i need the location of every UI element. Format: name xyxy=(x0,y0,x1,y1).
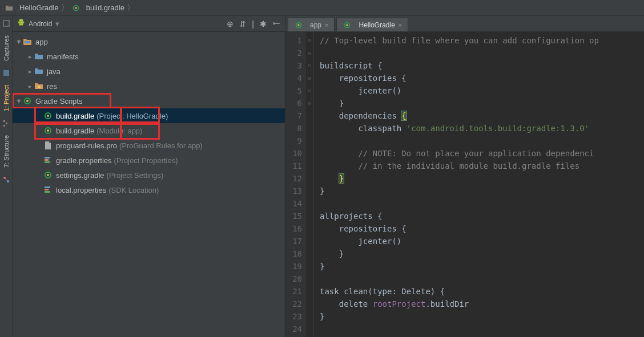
svg-rect-3 xyxy=(3,70,9,76)
folder-icon xyxy=(5,3,14,13)
close-icon[interactable]: × xyxy=(399,22,402,29)
tree-build-gradle-project-desc: (Project: HelloGradle) xyxy=(96,112,168,120)
tab-app-label: app xyxy=(310,21,321,29)
svg-rect-6 xyxy=(3,125,5,127)
hide-icon[interactable]: ⭰ xyxy=(272,19,280,29)
tree-settings-gradle-desc: (Project Settings) xyxy=(107,171,164,180)
tree-build-gradle-project[interactable]: build.gradle (Project: HelloGradle) xyxy=(13,108,285,123)
folder-icon xyxy=(34,52,43,61)
breadcrumb-file[interactable]: build.gradle xyxy=(70,3,126,13)
svg-point-1 xyxy=(75,7,77,9)
svg-point-17 xyxy=(47,115,49,117)
gradle-icon xyxy=(71,3,80,13)
gear-icon[interactable]: ✱ xyxy=(260,19,267,29)
properties-icon xyxy=(43,185,53,194)
breadcrumb: HelloGradle 〉 build.gradle 〉 xyxy=(0,0,644,16)
fold-column[interactable]: ⊟⊟⊟⊟⊟⊟ xyxy=(306,32,314,337)
separator: | xyxy=(252,19,254,29)
svg-rect-12 xyxy=(25,41,30,43)
gradle-icon xyxy=(343,21,352,30)
breadcrumb-sep: 〉 xyxy=(61,3,69,13)
svg-point-29 xyxy=(297,24,300,26)
tree-settings-gradle[interactable]: settings.gradle (Project Settings) xyxy=(13,168,285,182)
project-tool-icon[interactable] xyxy=(0,69,13,77)
project-view-dropdown[interactable]: Android xyxy=(29,20,52,28)
dropdown-icon[interactable]: ▾ xyxy=(55,19,59,28)
tree-gradle-scripts[interactable]: ▼ Gradle Scripts xyxy=(13,94,111,108)
tree-build-gradle-module-desc: (Module: app) xyxy=(96,127,142,135)
file-icon xyxy=(43,141,53,150)
svg-rect-21 xyxy=(45,159,49,161)
project-stripe-label[interactable]: 1: Project xyxy=(3,85,10,111)
tree-java-label: java xyxy=(47,67,61,76)
folder-icon xyxy=(34,67,43,76)
tree-proguard[interactable]: proguard-rules.pro (ProGuard Rules for a… xyxy=(13,138,285,153)
gradle-icon xyxy=(43,170,53,180)
captures-stripe-label[interactable]: Captures xyxy=(3,35,10,61)
expand-arrow-icon[interactable]: ▼ xyxy=(15,38,23,45)
code-editor[interactable]: 123456789101112131415161718192021222324 … xyxy=(285,32,644,337)
tree-res[interactable]: ▸ res xyxy=(13,79,285,94)
gradle-icon xyxy=(43,111,53,120)
svg-rect-26 xyxy=(45,189,49,190)
tree-app-label: app xyxy=(35,38,48,46)
target-icon[interactable]: ⊕ xyxy=(227,19,234,29)
tree-settings-gradle-label: settings.gradle xyxy=(56,171,104,180)
project-toolbar: Android ▾ ⊕ ⇵ | ✱ ⭰ xyxy=(13,16,285,32)
tree-build-gradle-module-label: build.gradle xyxy=(56,127,94,135)
tab-hellogradle-label: HelloGradle xyxy=(359,21,395,29)
gradle-icon xyxy=(43,126,53,135)
res-folder-icon xyxy=(34,82,43,91)
expand-arrow-icon[interactable]: ▸ xyxy=(26,53,34,60)
tree-local-properties-desc: (SDK Location) xyxy=(108,186,159,194)
svg-rect-20 xyxy=(45,157,50,159)
svg-rect-9 xyxy=(18,21,19,23)
tree-java[interactable]: ▸ java xyxy=(13,64,285,79)
tab-app[interactable]: app × xyxy=(288,18,335,31)
tree-proguard-label: proguard-rules.pro xyxy=(56,141,117,150)
gradle-icon xyxy=(23,96,32,105)
tree-manifests[interactable]: ▸ manifests xyxy=(13,49,285,64)
svg-rect-22 xyxy=(45,161,50,163)
svg-rect-10 xyxy=(23,21,25,23)
svg-rect-2 xyxy=(3,21,9,26)
tree-gradle-properties[interactable]: gradle.properties (Project Properties) xyxy=(13,153,285,168)
android-icon xyxy=(17,19,25,29)
expand-arrow-icon[interactable]: ▼ xyxy=(15,98,23,104)
expand-arrow-icon[interactable]: ▸ xyxy=(26,83,34,90)
svg-rect-13 xyxy=(38,86,41,88)
breadcrumb-file-label: build.gradle xyxy=(86,3,124,12)
structure-stripe-label[interactable]: 7: Structure xyxy=(3,135,10,168)
collapse-icon[interactable]: ⇵ xyxy=(239,19,246,29)
tool-stripe-left: Captures 1: Project 7: Structure xyxy=(0,16,13,337)
tree-gradle-scripts-label: Gradle Scripts xyxy=(35,97,82,105)
tree-local-properties-label: local.properties xyxy=(56,186,106,194)
project-panel: Android ▾ ⊕ ⇵ | ✱ ⭰ ▼ app ▸ xyxy=(13,16,285,337)
svg-point-31 xyxy=(347,24,349,26)
tree-build-gradle-project-label: build.gradle xyxy=(56,112,94,120)
svg-point-15 xyxy=(26,100,29,102)
module-icon xyxy=(23,37,32,46)
tree-proguard-desc: (ProGuard Rules for app) xyxy=(119,141,203,150)
code-content[interactable]: // Top-level build file where you can ad… xyxy=(314,32,644,337)
variants-tool-icon[interactable] xyxy=(0,176,13,184)
line-gutter: 123456789101112131415161718192021222324 xyxy=(285,32,306,337)
close-icon[interactable]: × xyxy=(325,22,328,29)
svg-rect-4 xyxy=(3,120,5,122)
svg-point-19 xyxy=(47,129,49,132)
tree-res-label: res xyxy=(47,82,57,91)
tree-app[interactable]: ▼ app xyxy=(13,34,285,49)
expand-arrow-icon[interactable]: ▸ xyxy=(26,68,34,75)
tree-manifests-label: manifests xyxy=(47,52,79,61)
tree-gradle-properties-label: gradle.properties xyxy=(56,156,112,165)
tree-build-gradle-module[interactable]: build.gradle (Module: app) xyxy=(13,123,285,138)
structure-tool-icon[interactable] xyxy=(0,119,13,127)
properties-icon xyxy=(43,156,53,165)
project-tree[interactable]: ▼ app ▸ manifests ▸ java xyxy=(13,32,285,337)
tab-hellogradle[interactable]: HelloGradle × xyxy=(336,18,408,31)
svg-point-24 xyxy=(47,174,49,176)
captures-tool-button[interactable] xyxy=(0,19,13,27)
tree-local-properties[interactable]: local.properties (SDK Location) xyxy=(13,182,285,197)
breadcrumb-project[interactable]: HelloGradle xyxy=(3,3,60,13)
svg-rect-5 xyxy=(6,123,7,124)
